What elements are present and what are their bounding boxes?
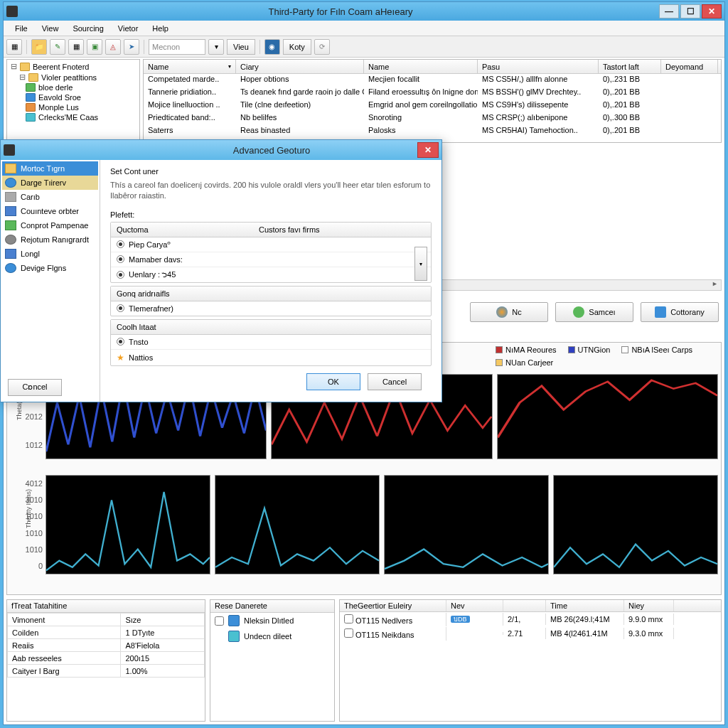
stats-row: Caityer l Barg1.00%	[8, 665, 205, 678]
stats-row: VimonentSıze	[8, 614, 205, 626]
chart-icon[interactable]: ◬	[105, 39, 121, 55]
tree-child-1[interactable]: bloe derle	[9, 82, 138, 92]
radio-5[interactable]	[117, 338, 124, 346]
menu-file[interactable]: File	[8, 23, 35, 34]
ecol-3[interactable]	[503, 600, 546, 611]
tree-child-4[interactable]: Crlecks'ME Caas	[9, 112, 138, 122]
app-icon	[6, 6, 18, 17]
box-icon	[228, 631, 240, 642]
col-ciary[interactable]: Ciary	[236, 60, 364, 73]
event-row[interactable]: OT115 NedlversบDB2/1,MB 26(249.l;41M9.9.…	[340, 612, 721, 626]
tree-child-3[interactable]: Monple Lus	[9, 102, 138, 112]
stats-row: Coilden1 DTyıte	[8, 626, 205, 639]
radio-4[interactable]	[117, 304, 124, 312]
cancel-button[interactable]: Cancel	[368, 373, 422, 390]
dlg-side-7[interactable]: Longl	[2, 247, 98, 261]
tree2-panel: Rese Danerete Nleksin Dlıtled Undecn dil…	[210, 599, 335, 722]
tree-node-1[interactable]: ⊟Violer peatltions	[9, 72, 138, 82]
ecol-5[interactable]: Niey	[624, 600, 674, 611]
chart-2-2: 18.0· 201% Chaplic den Pyoep 12|(O00·VJS…	[215, 475, 380, 574]
ecol-4[interactable]: Time	[546, 600, 624, 611]
tb-icon-1[interactable]: ▦	[6, 39, 22, 55]
menu-vietor[interactable]: Vietor	[111, 23, 146, 34]
col-name[interactable]: Name ▾	[144, 60, 236, 73]
tree2-item-1[interactable]: Nleksin Dlıtled	[210, 613, 334, 628]
g1-row-3[interactable]: Uenlary : ̛ɔ45	[111, 267, 431, 282]
tree-root[interactable]: ⊟Beerent Fnoterd	[9, 61, 138, 72]
dlg-side-4[interactable]: Couınteve orbter	[2, 204, 98, 218]
cotorany-button[interactable]: Cottorany	[641, 302, 719, 322]
y-axis-label-2: Thentty Ittms)	[25, 489, 32, 528]
chart-legend: NıMA Reoures UTNGion NBıA lSeeı Carps NU…	[496, 346, 692, 354]
list-row[interactable]: Priedticated band:..Nb belilfesSnoroting…	[144, 112, 721, 125]
g3-row-2[interactable]: ★Nattios	[111, 350, 431, 365]
tree-child-2[interactable]: Eavold Sroe	[9, 92, 138, 102]
outer-cancel-button[interactable]: Cɒncel	[8, 379, 62, 396]
ecol-1[interactable]: TheGeertior Euleiry	[340, 600, 446, 611]
preset-dropdown-button[interactable]: ▾	[414, 247, 427, 281]
g1-row-2[interactable]: Mamaber davs:	[111, 252, 431, 267]
checkbox-1[interactable]	[215, 616, 224, 626]
dlg-side-6[interactable]: Rejotum Ranıgrardt	[2, 232, 98, 247]
y-axis-label-1: Theta()	[16, 400, 23, 420]
refresh-icon[interactable]: ⟳	[314, 39, 330, 55]
radio-2[interactable]	[117, 255, 124, 263]
list-row[interactable]: Mojice linelluoction ..Tile (clne deıfee…	[144, 100, 721, 112]
list-row[interactable]: Competated marde..Hoper obtionsMecjien f…	[144, 74, 721, 87]
view-button[interactable]: Vieu	[227, 39, 255, 55]
ecol-2[interactable]: Nev	[446, 600, 503, 611]
ok-button[interactable]: OK	[306, 373, 360, 390]
dlg-side-2[interactable]: Darge Tıirerv	[2, 176, 98, 190]
chart-1-3: 28.0 Mˈe mary opool 12|O00·VJS3	[497, 374, 718, 459]
koty-button[interactable]: Koty	[283, 39, 311, 55]
g2-row-1[interactable]: Tlemerafner)	[111, 301, 431, 316]
close-button[interactable]: ✕	[702, 4, 722, 18]
toolbar-combo[interactable]: Mecnon	[149, 39, 205, 55]
maximize-button[interactable]: ☐	[680, 4, 700, 18]
g3-row-1[interactable]: Tnsto	[111, 335, 431, 350]
dialog-close-button[interactable]: ✕	[417, 142, 439, 158]
menu-sourcing[interactable]: Sourcing	[65, 23, 110, 34]
blue-square-icon[interactable]: ◉	[264, 39, 280, 55]
advanced-dialog: Advanced Geoturo ✕ Mortoc Tıgrn Darge Tı…	[0, 139, 442, 402]
pencil-icon[interactable]: ✎	[50, 39, 65, 55]
tree2-item-2[interactable]: Undecn dileet	[210, 628, 334, 644]
dialog-description: Thís a careol fan doelicerıj covirds. 20…	[110, 180, 432, 202]
dialog-footer: OK Cancel	[110, 369, 432, 395]
radio-1[interactable]	[117, 240, 124, 248]
dlg-side-3[interactable]: Carıb	[2, 190, 98, 204]
combo-dropdown-icon[interactable]: ▾	[208, 39, 224, 55]
col-name2[interactable]: Name	[364, 60, 478, 73]
dialog-titlebar: Advanced Geoturo ✕	[1, 140, 441, 160]
menu-help[interactable]: Help	[145, 23, 176, 34]
dialog-title: Advanced Geoturo	[126, 145, 417, 156]
preset-label: Plefett:	[110, 210, 432, 219]
dlg-side-5[interactable]: Conprot Pampenae	[2, 218, 98, 232]
list-row[interactable]: Tannerie pridiation..Ts deanek fınd gard…	[144, 87, 721, 100]
dlg-side-8[interactable]: Devige Flgns	[2, 261, 98, 275]
col-deyomand[interactable]: Deyomand	[661, 60, 718, 73]
radio-3[interactable]	[117, 271, 124, 279]
g1-row-1[interactable]: Piep Caryaº	[111, 237, 431, 252]
menu-view[interactable]: View	[35, 23, 66, 34]
dialog-main: Set Cont uner Thís a careol fan doelicer…	[100, 160, 441, 402]
minimize-button[interactable]: —	[659, 4, 679, 18]
event-row[interactable]: OT115 Neikdans2.71MB 4(l2461.41M9.3.0 mn…	[340, 626, 721, 641]
arrow-icon[interactable]: ➤	[124, 39, 139, 55]
list-row[interactable]: SaterrsReas binastedPalosksMS CR5HAI) Ta…	[144, 125, 721, 138]
folder-icon[interactable]: 📁	[31, 39, 47, 55]
samce-button[interactable]: Samceı	[555, 302, 633, 322]
dialog-sidebar: Mortoc Tıgrn Darge Tıirerv Carıb Couınte…	[1, 160, 100, 402]
chart-2-4: 12|(O00·VJS	[553, 475, 718, 574]
shield-icon	[228, 615, 240, 626]
dlg-side-1[interactable]: Mortoc Tıgrn	[2, 161, 98, 176]
tree2-header: Rese Danerete	[210, 600, 334, 613]
col-tastort[interactable]: Tastort laft	[599, 60, 661, 73]
grid-icon[interactable]: ▦	[68, 39, 84, 55]
list-panel: Name ▾ Ciary Name Pasu Tastort laft Deyo…	[143, 59, 722, 143]
save-icon[interactable]: ▣	[87, 39, 102, 55]
col-pasu[interactable]: Pasu	[478, 60, 599, 73]
main-titlebar: Third-Party for Fıln Coam aHeıeary — ☐ ✕	[4, 2, 724, 21]
no-button[interactable]: Nc	[470, 302, 548, 322]
globe-icon	[496, 306, 508, 318]
